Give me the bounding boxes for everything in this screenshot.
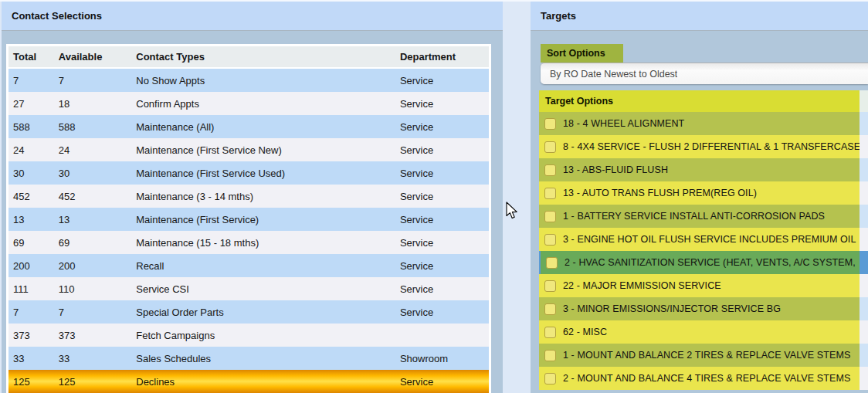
target-option-row[interactable]: 18 - 4 WHEEL ALIGNMENT <box>539 112 868 135</box>
table-row[interactable]: 452452Maintenance (3 - 14 mths)Service <box>8 185 490 208</box>
cell-total: 200 <box>8 254 54 277</box>
contact-selections-table: Total Available Contact Types Department… <box>6 44 491 393</box>
target-option-checkbox[interactable] <box>544 141 556 153</box>
table-row[interactable]: 125125DeclinesService <box>8 370 490 393</box>
target-option-row[interactable]: 3 - ENGINE HOT OIL FLUSH SERVICE INCLUDE… <box>539 228 868 251</box>
target-option-block: 8 - 4X4 SERVICE - FLUSH 2 DIFFERENTIAL &… <box>539 135 860 158</box>
column-header-contact-types[interactable]: Contact Types <box>131 46 395 69</box>
target-option-row[interactable]: 2 - MOUNT AND BALANCE 4 TIRES & REPLACE … <box>539 367 868 390</box>
table-row[interactable]: 3030Maintenance (First Service Used)Serv… <box>8 161 490 185</box>
target-option-block: 2 - MOUNT AND BALANCE 4 TIRES & REPLACE … <box>539 367 860 390</box>
table-row[interactable]: 3333Sales SchedulesShowroom <box>8 347 490 370</box>
sort-order-value: By RO Date Newest to Oldest <box>541 69 677 80</box>
cell-department: Showroom <box>395 347 490 370</box>
target-option-label: 3 - MINOR EMISSIONS/INJECTOR SERVICE BG <box>563 303 781 314</box>
cell-available: 373 <box>54 324 131 347</box>
target-option-checkbox[interactable] <box>544 373 556 385</box>
screen: Contact Selections Total Available Conta… <box>0 0 868 393</box>
target-option-label: 13 - ABS-FLUID FLUSH <box>563 164 668 175</box>
target-option-block: 1 - MOUNT AND BALANCE 2 TIRES & REPLACE … <box>539 344 860 367</box>
target-option-label: 1 - BATTERY SERVICE INSTALL ANTI-CORROSI… <box>563 211 825 222</box>
target-options-header: Target Options <box>539 90 868 112</box>
table-header-row: Total Available Contact Types Department <box>8 46 490 69</box>
cell-department: Service <box>395 231 490 254</box>
target-option-checkbox[interactable] <box>544 280 556 292</box>
target-option-row[interactable]: 1 - BATTERY SERVICE INSTALL ANTI-CORROSI… <box>539 205 868 228</box>
target-option-block: 22 - MAJOR EMMISSION SERVICE <box>539 274 860 297</box>
cell-total: 69 <box>8 231 54 254</box>
target-option-row[interactable]: 3 - MINOR EMISSIONS/INJECTOR SERVICE BG <box>539 297 868 320</box>
cell-department: Service <box>395 208 490 231</box>
target-option-row[interactable]: 13 - ABS-FLUID FLUSH <box>539 158 868 181</box>
cell-type: No Show Appts <box>131 68 395 92</box>
contact-table-body: 77No Show ApptsService2718Confirm ApptsS… <box>8 68 490 393</box>
table-row[interactable]: 200200RecallService <box>8 254 490 277</box>
table-row[interactable]: 111110Service CSIService <box>8 277 490 300</box>
cell-type: Sales Schedules <box>131 347 395 370</box>
table-row[interactable]: 373373Fetch Campaigns <box>8 324 490 347</box>
cell-total: 30 <box>8 161 54 185</box>
cell-available: 7 <box>54 300 131 324</box>
target-option-row[interactable]: 62 - MISC <box>539 320 868 344</box>
sort-options-label: Sort Options <box>541 48 605 59</box>
table-row[interactable]: 588588Maintenance (All)Service <box>8 115 490 138</box>
target-option-label: 13 - AUTO TRANS FLUSH PREM(REG OIL) <box>563 188 757 198</box>
target-option-checkbox[interactable] <box>544 303 556 315</box>
cell-type: Maintenance (All) <box>131 115 395 138</box>
contact-selections-panel: Contact Selections Total Available Conta… <box>2 2 503 393</box>
cell-type: Maintenance (First Service) <box>131 208 395 231</box>
table-row[interactable]: 2424Maintenance (First Service New)Servi… <box>8 138 490 161</box>
cell-department: Service <box>395 300 490 324</box>
cell-available: 69 <box>54 231 131 254</box>
cell-type: Fetch Campaigns <box>131 324 395 347</box>
target-option-checkbox[interactable] <box>544 327 556 338</box>
table-row[interactable]: 77No Show ApptsService <box>8 68 490 92</box>
cell-type: Maintenance (First Service Used) <box>131 161 395 185</box>
cell-type: Maintenance (3 - 14 mths) <box>131 185 395 208</box>
target-option-checkbox[interactable] <box>544 350 556 361</box>
column-header-department[interactable]: Department <box>395 46 490 69</box>
cell-total: 24 <box>8 138 54 161</box>
cell-available: 30 <box>54 161 131 185</box>
panel-title: Targets <box>531 10 576 22</box>
table-row[interactable]: 1313Maintenance (First Service)Service <box>8 208 490 231</box>
cell-total: 27 <box>8 92 54 115</box>
cell-available: 24 <box>54 138 131 161</box>
target-options-list: 18 - 4 WHEEL ALIGNMENT8 - 4X4 SERVICE - … <box>539 112 868 390</box>
table-row[interactable]: 6969Maintenance (15 - 18 mths)Service <box>8 231 490 254</box>
target-option-checkbox[interactable] <box>544 188 556 199</box>
cell-available: 125 <box>54 370 131 393</box>
cell-department <box>395 324 490 347</box>
target-option-block: 18 - 4 WHEEL ALIGNMENT <box>539 112 860 135</box>
contact-selections-header: Contact Selections <box>2 2 503 31</box>
target-option-row[interactable]: 8 - 4X4 SERVICE - FLUSH 2 DIFFERENTIAL &… <box>539 135 868 158</box>
target-option-row[interactable]: 13 - AUTO TRANS FLUSH PREM(REG OIL) <box>539 181 868 205</box>
target-option-row[interactable]: 1 - MOUNT AND BALANCE 2 TIRES & REPLACE … <box>539 344 868 367</box>
target-option-label: 18 - 4 WHEEL ALIGNMENT <box>563 118 684 129</box>
table-row[interactable]: 77Special Order PartsService <box>8 300 490 324</box>
cell-total: 452 <box>8 185 54 208</box>
cell-available: 452 <box>54 185 131 208</box>
target-options-header-sliver <box>860 90 868 112</box>
target-option-checkbox[interactable] <box>544 234 556 246</box>
panel-title: Contact Selections <box>2 10 102 22</box>
column-header-total[interactable]: Total <box>8 46 54 69</box>
cell-department: Service <box>395 138 490 161</box>
column-header-available[interactable]: Available <box>54 46 131 69</box>
target-option-checkbox[interactable] <box>544 211 556 222</box>
target-option-block: 1 - BATTERY SERVICE INSTALL ANTI-CORROSI… <box>539 205 860 228</box>
target-option-checkbox[interactable] <box>544 164 556 176</box>
sort-order-select[interactable]: By RO Date Newest to Oldest <box>541 63 868 84</box>
target-option-checkbox[interactable] <box>546 257 558 269</box>
target-option-checkbox[interactable] <box>544 118 556 130</box>
cell-department: Service <box>395 277 490 300</box>
target-option-label: 22 - MAJOR EMMISSION SERVICE <box>563 280 721 291</box>
cell-department: Service <box>395 370 490 393</box>
target-option-row[interactable]: 22 - MAJOR EMMISSION SERVICE <box>539 274 868 297</box>
target-options-label: Target Options <box>539 96 613 107</box>
cell-type: Confirm Appts <box>131 92 395 115</box>
target-option-row[interactable]: 2 - HVAC SANITIZATION SERVICE (HEAT, VEN… <box>539 251 868 274</box>
target-option-block: 2 - HVAC SANITIZATION SERVICE (HEAT, VEN… <box>541 251 860 274</box>
targets-panel: Targets Sort Options By RO Date Newest t… <box>531 2 868 393</box>
table-row[interactable]: 2718Confirm ApptsService <box>8 92 490 115</box>
